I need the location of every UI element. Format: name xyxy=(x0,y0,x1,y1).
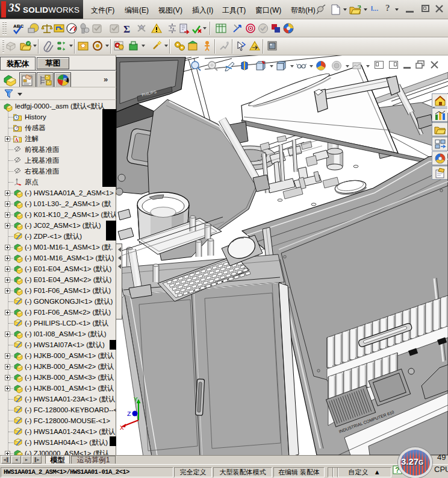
svg-text:Y: Y xyxy=(134,396,138,403)
svg-text:X: X xyxy=(120,424,124,432)
svg-text:A: A xyxy=(15,137,19,143)
svg-text:Σ: Σ xyxy=(123,24,130,35)
svg-text:Z: Z xyxy=(127,410,131,418)
